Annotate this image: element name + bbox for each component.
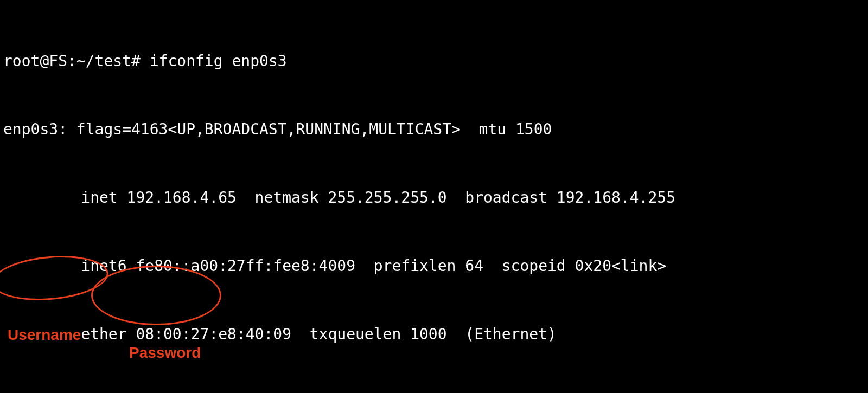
cmd-line-1: root@FS:~/test# ifconfig enp0s3	[3, 50, 868, 73]
ifconfig-header: enp0s3: flags=4163<UP,BROADCAST,RUNNING,…	[3, 118, 868, 141]
ifconfig-inet: inet 192.168.4.65 netmask 255.255.255.0 …	[3, 186, 868, 209]
command-ifconfig: ifconfig enp0s3	[150, 52, 287, 70]
ifconfig-inet6: inet6 fe80::a00:27ff:fee8:4009 prefixlen…	[3, 255, 868, 278]
ifconfig-ether: ether 08:00:27:e8:40:09 txqueuelen 1000 …	[3, 323, 868, 346]
shell-prompt: root@FS:~/test#	[3, 52, 150, 70]
terminal-output: root@FS:~/test# ifconfig enp0s3 enp0s3: …	[0, 0, 868, 393]
